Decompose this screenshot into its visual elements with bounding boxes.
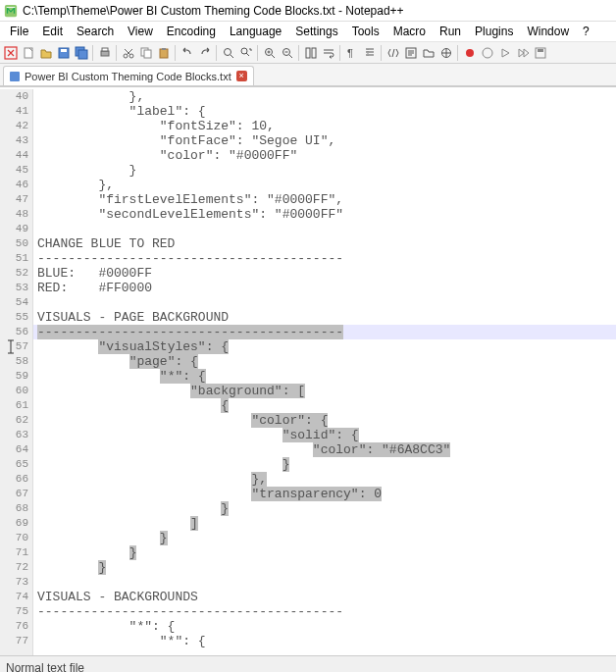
macro-multi-play-button[interactable]: [514, 44, 531, 61]
code-line[interactable]: "solid": {: [33, 428, 616, 442]
code-line[interactable]: [33, 575, 616, 590]
code-line[interactable]: "secondLevelElements": "#0000FF": [33, 207, 616, 222]
document-tab[interactable]: Power BI Custom Theming Code Blocks.txt …: [3, 66, 254, 85]
cut-button[interactable]: [120, 44, 136, 61]
save-button[interactable]: [55, 44, 72, 61]
svg-point-15: [224, 48, 231, 55]
macro-play-button[interactable]: [496, 44, 513, 61]
text-area[interactable]: }, "label": { "fontSize": 10, "fontFace"…: [33, 89, 616, 648]
copy-button[interactable]: [137, 44, 154, 61]
code-line[interactable]: }: [33, 560, 616, 575]
svg-rect-27: [538, 49, 543, 52]
menu-item-window[interactable]: Window: [521, 24, 575, 39]
redo-button[interactable]: [196, 44, 213, 61]
svg-point-24: [466, 49, 474, 57]
indent-guide-button[interactable]: [361, 44, 378, 61]
code-line[interactable]: RED: #FF0000: [33, 281, 616, 295]
svg-rect-6: [78, 50, 87, 59]
toolbar: ¶: [0, 41, 616, 64]
zoom-out-button[interactable]: [279, 44, 295, 61]
code-line[interactable]: [33, 295, 616, 310]
find-button[interactable]: [220, 44, 236, 61]
tab-close-button[interactable]: ×: [236, 71, 247, 81]
menu-item-file[interactable]: File: [4, 24, 34, 39]
zoom-in-button[interactable]: [261, 44, 278, 61]
svg-point-25: [483, 48, 492, 58]
code-line[interactable]: "fontFace": "Segoe UI",: [33, 133, 616, 148]
code-line[interactable]: "background": [: [33, 384, 616, 398]
code-line[interactable]: }: [33, 163, 616, 178]
menu-item-macro[interactable]: Macro: [387, 24, 432, 39]
menu-item-[interactable]: ?: [577, 24, 595, 39]
undo-button[interactable]: [179, 44, 195, 61]
replace-button[interactable]: [237, 44, 254, 61]
code-line[interactable]: BLUE: #0000FF: [33, 266, 616, 281]
menu-item-run[interactable]: Run: [434, 24, 467, 39]
editor[interactable]: 4041424344454647484950515253545556575859…: [0, 86, 616, 655]
menu-item-edit[interactable]: Edit: [36, 24, 69, 39]
language-format-button[interactable]: [385, 44, 401, 61]
menu-item-encoding[interactable]: Encoding: [161, 24, 222, 39]
code-line[interactable]: CHANGE BLUE TO RED: [33, 236, 616, 251]
svg-rect-12: [144, 50, 151, 58]
code-line[interactable]: "color": "#0000FF": [33, 148, 616, 163]
code-line[interactable]: "label": {: [33, 104, 616, 119]
code-line[interactable]: VISUALS - PAGE BACKGROUND: [33, 310, 616, 325]
text-caret-icon: [6, 339, 16, 354]
code-line[interactable]: "color": {: [33, 413, 616, 428]
function-list-button[interactable]: [402, 44, 419, 61]
menu-item-plugins[interactable]: Plugins: [469, 24, 519, 39]
svg-rect-13: [160, 49, 168, 58]
code-line[interactable]: {: [33, 398, 616, 413]
code-line[interactable]: "visualStyles": {: [33, 339, 616, 354]
code-line[interactable]: ----------------------------------------: [33, 251, 616, 266]
code-line[interactable]: "fontSize": 10,: [33, 119, 616, 133]
code-line[interactable]: "*": {: [33, 619, 616, 634]
code-line[interactable]: ]: [33, 516, 616, 531]
code-line[interactable]: "*": {: [33, 634, 616, 648]
code-line[interactable]: [33, 222, 616, 236]
code-line[interactable]: ----------------------------------------: [33, 604, 616, 619]
code-line[interactable]: }: [33, 501, 616, 516]
code-line[interactable]: },: [33, 89, 616, 104]
new-file-button[interactable]: [20, 44, 36, 61]
show-all-chars-button[interactable]: ¶: [343, 44, 360, 61]
status-file-type: Normal text file: [6, 661, 84, 673]
folder-view-button[interactable]: [420, 44, 436, 61]
titlebar: C:\Temp\Theme\Power BI Custom Theming Co…: [0, 0, 616, 22]
svg-text:¶: ¶: [347, 47, 353, 59]
macro-record-button[interactable]: [461, 44, 478, 61]
menu-item-language[interactable]: Language: [224, 24, 287, 39]
menu-item-search[interactable]: Search: [71, 24, 120, 39]
save-all-button[interactable]: [73, 44, 89, 61]
code-line[interactable]: "firstLevelElements": "#0000FF",: [33, 192, 616, 207]
menu-item-settings[interactable]: Settings: [289, 24, 343, 39]
doc-map-button[interactable]: [437, 44, 454, 61]
paste-button[interactable]: [155, 44, 172, 61]
code-line[interactable]: "*": {: [33, 369, 616, 384]
svg-rect-19: [306, 48, 310, 58]
code-line[interactable]: VISUALS - BACKGROUNDS: [33, 590, 616, 604]
code-line[interactable]: }: [33, 545, 616, 560]
code-line[interactable]: }: [33, 531, 616, 545]
open-file-button[interactable]: [37, 44, 54, 61]
code-line[interactable]: },: [33, 472, 616, 487]
code-line[interactable]: ----------------------------------------: [33, 325, 616, 339]
menu-item-tools[interactable]: Tools: [346, 24, 385, 39]
svg-rect-14: [162, 48, 166, 50]
word-wrap-button[interactable]: [320, 44, 336, 61]
macro-save-button[interactable]: [532, 44, 548, 61]
tabbar: Power BI Custom Theming Code Blocks.txt …: [0, 64, 616, 86]
code-line[interactable]: "transparency": 0: [33, 487, 616, 501]
macro-stop-button[interactable]: [479, 44, 495, 61]
print-button[interactable]: [96, 44, 113, 61]
code-line[interactable]: "page": {: [33, 354, 616, 369]
code-line[interactable]: }: [33, 457, 616, 472]
code-line[interactable]: "color": "#6A8CC3": [33, 442, 616, 457]
menubar: FileEditSearchViewEncodingLanguageSettin…: [0, 22, 616, 41]
code-line[interactable]: },: [33, 178, 616, 192]
svg-rect-7: [101, 51, 109, 56]
sync-scroll-button[interactable]: [302, 44, 319, 61]
menu-item-view[interactable]: View: [122, 24, 159, 39]
close-file-button[interactable]: [2, 44, 19, 61]
